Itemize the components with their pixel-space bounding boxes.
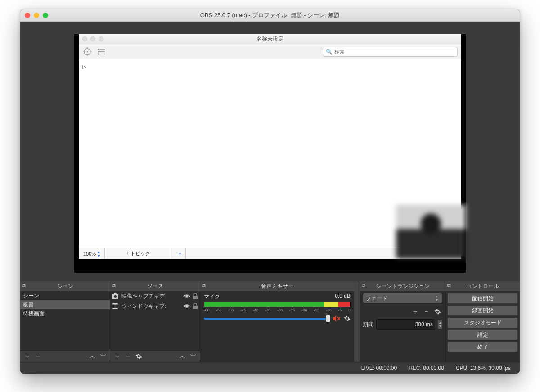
remove-button[interactable]: － <box>421 306 431 316</box>
content-area: 名称未設定 🔍 <box>20 22 520 374</box>
stepper-icon: ▴▾ <box>98 250 100 258</box>
captured-toolbar: 🔍 <box>79 44 461 59</box>
sources-title: ソース <box>147 283 163 290</box>
scene-item[interactable]: シーン <box>20 291 110 300</box>
duration-input[interactable]: 300 ms <box>376 319 435 330</box>
statusbar: LIVE: 00:00:00 REC: 00:00:00 CPU: 13.6%,… <box>20 362 520 374</box>
move-down-button[interactable]: ﹀ <box>98 351 108 361</box>
preview-area: 名称未設定 🔍 <box>20 22 520 281</box>
channel-name: マイク <box>204 293 220 301</box>
topic-cell: 1 トピック <box>105 248 172 259</box>
panel-popout-icon[interactable]: ⧉ <box>362 283 365 288</box>
remove-button[interactable]: － <box>33 351 43 361</box>
visibility-icon[interactable] <box>183 293 190 299</box>
mixer-scrollbar[interactable] <box>354 281 360 362</box>
sources-panel: ⧉ ソース 映像キャプチャデウィンドウキャプ: ＋ － ︿ ﹀ <box>110 281 200 362</box>
sources-list[interactable]: 映像キャプチャデウィンドウキャプ: <box>110 291 200 350</box>
lock-icon[interactable] <box>193 303 198 309</box>
svg-point-15 <box>114 295 117 298</box>
disclosure-triangle-icon: ▷ <box>82 64 86 69</box>
transition-select[interactable]: フェード ▴▾ <box>363 293 442 304</box>
volume-slider[interactable] <box>204 318 330 320</box>
titlebar[interactable]: OBS 25.0.7 (mac) - プロファイル: 無題 - シーン: 無題 <box>20 9 520 22</box>
channel-settings-icon[interactable] <box>344 315 351 322</box>
svg-point-9 <box>98 49 99 50</box>
svg-rect-17 <box>193 296 198 299</box>
docks-row: ⧉ シーン シーン板書待機画面 ＋ － ︿ ﹀ ⧉ ソース 映像キャプチ <box>20 281 520 362</box>
book-icon: ▾ <box>172 248 186 259</box>
source-item[interactable]: ウィンドウキャプ: <box>110 301 200 311</box>
mute-icon[interactable] <box>333 315 341 322</box>
move-up-button[interactable]: ︿ <box>87 351 97 361</box>
transitions-panel: ⧉ シーントランジション フェード ▴▾ ＋ － <box>360 281 446 362</box>
scenes-list[interactable]: シーン板書待機画面 <box>20 291 110 350</box>
start-stream-button[interactable]: 配信開始 <box>447 293 518 304</box>
mixer-title: 音声ミキサー <box>261 283 293 290</box>
svg-rect-14 <box>114 293 117 295</box>
settings-button[interactable]: 設定 <box>447 329 518 340</box>
panel-popout-icon[interactable]: ⧉ <box>202 283 206 288</box>
svg-point-11 <box>98 54 99 54</box>
add-button[interactable]: ＋ <box>112 351 122 361</box>
preview-canvas[interactable]: 名称未設定 🔍 <box>74 34 466 273</box>
panel-popout-icon[interactable]: ⧉ <box>447 283 451 288</box>
captured-titlebar: 名称未設定 <box>79 34 461 44</box>
window-icon <box>112 303 119 309</box>
status-live: LIVE: 00:00:00 <box>361 365 397 371</box>
scenes-title: シーン <box>57 283 73 290</box>
source-label: 映像キャプチャデ <box>122 293 165 300</box>
mixer-panel: ⧉ 音声ミキサー マイク 0.0 dB -60-55-50-45-40-35-3… <box>200 281 360 362</box>
add-button[interactable]: ＋ <box>410 306 420 316</box>
svg-rect-18 <box>112 304 118 309</box>
search-field: 🔍 <box>323 47 458 57</box>
meter-ticks: -60-55-50-45-40-35-30-25-20-15-10-50 <box>204 308 351 312</box>
stepper-icon[interactable]: ▴▾ <box>438 320 442 329</box>
studio-mode-button[interactable]: スタジオモード <box>447 317 518 328</box>
properties-button[interactable] <box>134 351 144 361</box>
scenes-panel: ⧉ シーン シーン板書待機画面 ＋ － ︿ ﹀ <box>20 281 110 362</box>
app-window: OBS 25.0.7 (mac) - プロファイル: 無題 - シーン: 無題 … <box>20 9 520 374</box>
svg-point-16 <box>186 295 188 297</box>
svg-point-20 <box>186 305 188 307</box>
lock-icon[interactable] <box>193 293 198 299</box>
scene-item[interactable]: 待機画面 <box>20 309 110 318</box>
status-rec: REC: 00:00:00 <box>409 365 444 371</box>
search-icon: 🔍 <box>326 49 333 55</box>
controls-title: コントロール <box>467 283 499 290</box>
move-down-button[interactable]: ﹀ <box>188 351 198 361</box>
window-title: OBS 25.0.7 (mac) - プロファイル: 無題 - シーン: 無題 <box>20 11 520 19</box>
exit-button[interactable]: 終了 <box>447 342 518 352</box>
remove-button[interactable]: － <box>123 351 133 361</box>
source-label: ウィンドウキャプ: <box>122 302 166 310</box>
camera-pip <box>396 205 466 259</box>
duration-label: 期間 <box>363 321 374 329</box>
captured-title: 名称未設定 <box>79 35 461 43</box>
panel-popout-icon[interactable]: ⧉ <box>112 283 116 288</box>
search-input[interactable] <box>334 49 454 54</box>
add-button[interactable]: ＋ <box>22 351 32 361</box>
svg-point-10 <box>98 51 99 52</box>
target-icon <box>82 47 92 57</box>
controls-body: 配信開始録画開始スタジオモード設定終了 <box>446 291 520 354</box>
transitions-title: シーントランジション <box>376 283 430 290</box>
zoom-selector: 100% ▴▾ <box>79 248 105 259</box>
scene-item[interactable]: 板書 <box>20 300 110 309</box>
move-up-button[interactable]: ︿ <box>177 351 187 361</box>
source-item[interactable]: 映像キャプチャデ <box>110 291 200 301</box>
status-cpu: CPU: 13.6%, 30.00 fps <box>456 365 511 371</box>
list-icon <box>97 47 107 57</box>
start-record-button[interactable]: 録画開始 <box>447 305 518 316</box>
svg-rect-21 <box>193 306 198 309</box>
audio-meter <box>204 302 351 307</box>
mixer-channel: マイク 0.0 dB -60-55-50-45-40-35-30-25-20-1… <box>200 291 354 324</box>
panel-popout-icon[interactable]: ⧉ <box>22 283 26 288</box>
visibility-icon[interactable] <box>183 303 190 309</box>
channel-db: 0.0 dB <box>335 293 351 301</box>
select-arrows-icon: ▴▾ <box>435 294 439 303</box>
svg-point-1 <box>87 51 88 52</box>
transition-settings-icon[interactable] <box>432 306 442 316</box>
controls-panel: ⧉ コントロール 配信開始録画開始スタジオモード設定終了 <box>446 281 520 362</box>
camera-icon <box>112 293 119 299</box>
